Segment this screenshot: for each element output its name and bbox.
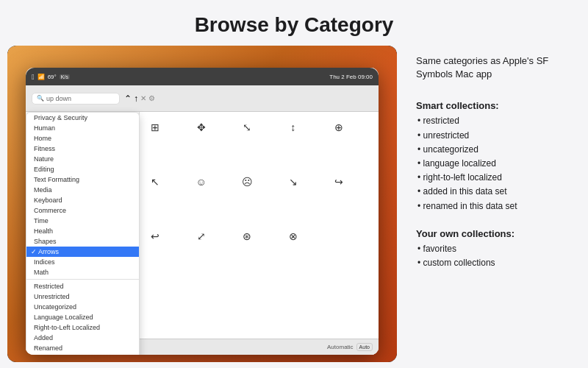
dropdown-item-keyboard[interactable]: Keyboard: [26, 195, 139, 205]
dropdown-item-human[interactable]: Human: [26, 123, 139, 133]
menu-bar:  📶69° K/s Thu 2 Feb 09:00: [26, 68, 379, 85]
dropdown-divider-1: [26, 279, 139, 280]
status-right: Automatic Auto: [327, 343, 373, 351]
sc-item-3: language localized: [416, 157, 569, 171]
dropdown-item-editing[interactable]: Editing: [26, 164, 139, 174]
symbol-12[interactable]: ⤢: [192, 227, 211, 246]
intro-text: Same categories as Apple's SF Symbols Ma…: [416, 54, 569, 81]
dropdown-item-shapes[interactable]: Shapes: [26, 236, 139, 247]
up-arrow-btn[interactable]: ⌃: [124, 93, 132, 104]
symbol-1[interactable]: ⊞: [146, 118, 165, 137]
menu-bar-date: Thu 2 Feb 09:00: [329, 74, 373, 80]
mac-window:  📶69° K/s Thu 2 Feb 09:00 🔍 up down: [26, 68, 379, 355]
page-title: Browse by Category: [0, 0, 588, 46]
search-icon: 🔍: [37, 95, 44, 102]
dropdown-item-fitness[interactable]: Fitness: [26, 144, 139, 154]
dropdown-item-arrows[interactable]: ✓ Arrows: [26, 247, 139, 257]
symbol-8[interactable]: ☹: [237, 172, 257, 191]
apple-icon: : [32, 73, 35, 81]
own-collections-section: Your own collections: favorites custom c…: [416, 222, 569, 270]
dropdown-item-unrestricted[interactable]: Unrestricted: [26, 291, 139, 302]
sc-item-2: uncategorized: [416, 143, 569, 157]
sc-item-6: renamed in this data set: [416, 199, 569, 213]
menu-bar-left:  📶69° K/s: [32, 73, 329, 81]
dropdown-item-added[interactable]: Added: [26, 333, 139, 343]
dropdown-item-textformat[interactable]: Text Formatting: [26, 174, 139, 185]
symbol-3[interactable]: ⤡: [237, 118, 257, 137]
smart-collections-section: Smart collections: restricted unrestrict…: [416, 94, 569, 213]
close-btn[interactable]: ✕: [140, 94, 146, 102]
symbol-7[interactable]: ☺: [192, 172, 211, 191]
sc-item-4: right-to-left localized: [416, 171, 569, 185]
oc-item-0: favorites: [416, 242, 569, 256]
dropdown-item-time[interactable]: Time: [26, 216, 139, 226]
smart-collections-title: Smart collections:: [416, 100, 569, 111]
right-panel: Same categories as Apple's SF Symbols Ma…: [404, 46, 581, 362]
down-arrow-btn[interactable]: ↑: [134, 93, 138, 104]
screenshot-area:  📶69° K/s Thu 2 Feb 09:00 🔍 up down: [7, 46, 397, 362]
category-dropdown[interactable]: Privacy & Security Human Home Fitness Na…: [26, 112, 140, 355]
main-content:  📶69° K/s Thu 2 Feb 09:00 🔍 up down: [0, 46, 588, 368]
symbol-9[interactable]: ↘: [284, 172, 303, 191]
content-area: Privacy & Security Human Home Fitness Na…: [26, 112, 379, 339]
symbol-14[interactable]: ⊗: [284, 227, 303, 246]
symbol-2[interactable]: ✥: [192, 118, 211, 137]
mode-label: Automatic: [327, 344, 354, 350]
settings-btn[interactable]: ⚙: [148, 94, 155, 102]
dropdown-item-math[interactable]: Math: [26, 267, 139, 277]
app-window: 🔍 up down ⌃ ↑ ✕ ⚙: [26, 85, 379, 355]
dropdown-item-uncategorized[interactable]: Uncategorized: [26, 302, 139, 312]
symbol-13[interactable]: ⊛: [237, 227, 257, 246]
sc-item-1: unrestricted: [416, 129, 569, 143]
symbol-11[interactable]: ↩: [146, 227, 165, 246]
toolbar-buttons: ⌃ ↑ ✕ ⚙: [124, 93, 155, 104]
toolbar: 🔍 up down ⌃ ↑ ✕ ⚙: [26, 85, 379, 112]
search-text: up down: [46, 95, 71, 102]
dropdown-item-lang-loc[interactable]: Language Localized: [26, 312, 139, 322]
symbol-5[interactable]: ⊕: [329, 118, 348, 137]
menu-bar-right: Thu 2 Feb 09:00: [329, 74, 373, 80]
menu-bar-icons: 📶69° K/s: [37, 74, 70, 80]
dropdown-item-rtl-loc[interactable]: Right-to-Left Localized: [26, 322, 139, 333]
own-collections-title: Your own collections:: [416, 228, 569, 239]
sc-item-5: added in this data set: [416, 185, 569, 199]
dropdown-item-privacy[interactable]: Privacy & Security: [26, 113, 139, 123]
automatic-badge: Auto: [356, 343, 373, 351]
own-collections-list: favorites custom collections: [416, 242, 569, 270]
sidebar: Privacy & Security Human Home Fitness Na…: [26, 112, 140, 339]
dropdown-item-media[interactable]: Media: [26, 185, 139, 195]
dropdown-item-commerce[interactable]: Commerce: [26, 205, 139, 216]
dropdown-item-indices[interactable]: Indices: [26, 257, 139, 267]
smart-collections-list: restricted unrestricted uncategorized la…: [416, 114, 569, 213]
symbol-10[interactable]: ↪: [329, 172, 348, 191]
symbol-6[interactable]: ↖: [146, 172, 165, 191]
dropdown-item-renamed[interactable]: Renamed: [26, 343, 139, 353]
dropdown-item-home[interactable]: Home: [26, 133, 139, 144]
symbol-4[interactable]: ↕: [284, 118, 303, 137]
search-bar[interactable]: 🔍 up down: [32, 93, 120, 105]
symbols-grid: ⊞ ✥ ⤡ ↕ ⊕ ↖ ☺ ☹ ↘ ↪ ↩ ⤢ ⊛ ⊗: [140, 112, 379, 339]
dropdown-item-health[interactable]: Health: [26, 226, 139, 236]
oc-item-1: custom collections: [416, 256, 569, 270]
dropdown-item-nature[interactable]: Nature: [26, 154, 139, 164]
sc-item-0: restricted: [416, 114, 569, 128]
dropdown-item-restricted[interactable]: Restricted: [26, 281, 139, 291]
intro-section: Same categories as Apple's SF Symbols Ma…: [416, 54, 569, 85]
